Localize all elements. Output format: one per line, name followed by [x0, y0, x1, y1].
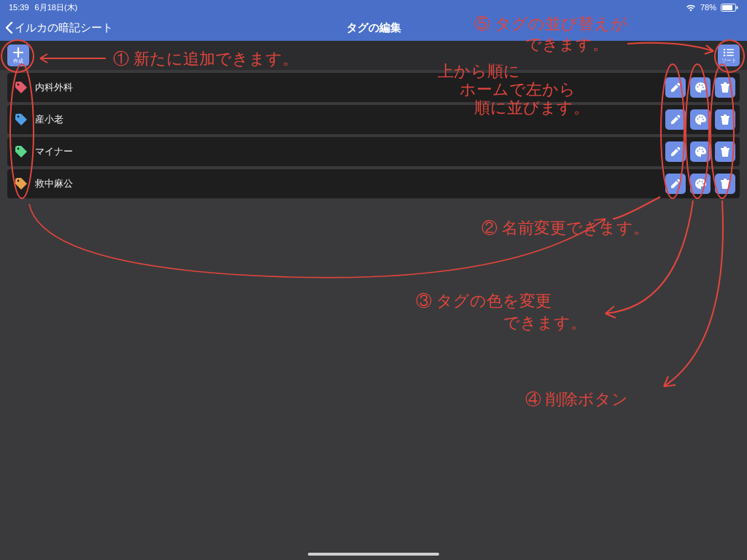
- tag-row[interactable]: 産小老: [7, 105, 740, 134]
- svg-rect-2: [737, 7, 738, 9]
- trash-icon: [719, 146, 731, 158]
- plus-icon: [13, 47, 23, 58]
- svg-point-22: [702, 149, 703, 150]
- annotation-3b: できます。: [503, 314, 587, 332]
- trash-icon: [719, 178, 731, 190]
- back-label: イルカの暗記シート: [15, 21, 113, 35]
- delete-tag-button[interactable]: [715, 141, 735, 162]
- svg-point-27: [702, 181, 703, 182]
- tag-icon: [15, 113, 28, 126]
- status-date: 6月18日(木): [35, 2, 78, 13]
- battery-icon: [721, 3, 738, 12]
- chevron-left-icon: [4, 21, 13, 34]
- edit-icon: [670, 82, 681, 93]
- create-btn-label: 作成: [13, 58, 23, 63]
- nav-bar: イルカの暗記シート タグの編集: [0, 15, 747, 41]
- svg-rect-6: [727, 52, 734, 53]
- status-time: 15:39: [9, 3, 29, 12]
- tag-list: 内科外科 産小老 マイナー 救中麻: [0, 73, 747, 198]
- tag-row[interactable]: 内科外科: [7, 73, 740, 102]
- annotation-4: ④ 削除ボタン: [525, 390, 628, 408]
- edit-icon: [670, 178, 681, 190]
- sort-btn-label: ソート: [721, 58, 737, 63]
- tag-icon: [15, 81, 28, 94]
- create-tag-button[interactable]: 作成: [7, 44, 29, 66]
- status-bar: 15:39 6月18日(木) 78%: [0, 0, 747, 15]
- svg-point-7: [724, 55, 726, 57]
- rename-tag-button[interactable]: [665, 141, 686, 162]
- svg-point-24: [18, 180, 20, 182]
- rename-tag-button[interactable]: [665, 109, 686, 130]
- tag-name: 内科外科: [35, 81, 658, 94]
- svg-point-17: [702, 117, 703, 118]
- svg-point-19: [18, 148, 20, 150]
- palette-icon: [694, 82, 706, 93]
- edit-icon: [670, 114, 681, 125]
- tag-row[interactable]: 救中麻公: [7, 169, 740, 198]
- palette-icon: [694, 146, 706, 158]
- delete-tag-button[interactable]: [715, 174, 735, 194]
- tag-icon: [15, 177, 28, 190]
- status-battery-pct: 78%: [700, 3, 716, 12]
- svg-point-20: [697, 150, 699, 152]
- svg-point-10: [697, 86, 699, 88]
- home-indicator[interactable]: [308, 553, 439, 556]
- list-icon: [723, 48, 735, 57]
- tag-name: 産小老: [35, 113, 658, 126]
- palette-icon: [694, 114, 706, 125]
- tag-icon: [15, 145, 28, 158]
- svg-rect-8: [727, 55, 734, 56]
- svg-point-18: [703, 119, 704, 120]
- annotation-3a: ③ タグの色を変更: [416, 292, 551, 310]
- sort-tags-button[interactable]: ソート: [718, 44, 740, 66]
- back-button[interactable]: イルカの暗記シート: [0, 21, 113, 35]
- rename-tag-button[interactable]: [665, 77, 686, 98]
- svg-rect-1: [722, 5, 732, 10]
- wifi-icon: [686, 3, 696, 12]
- delete-tag-button[interactable]: [715, 77, 735, 98]
- svg-rect-4: [727, 49, 734, 50]
- svg-point-13: [703, 87, 704, 88]
- svg-point-25: [697, 182, 699, 184]
- edit-icon: [670, 146, 681, 158]
- delete-tag-button[interactable]: [715, 109, 735, 130]
- svg-point-14: [18, 116, 20, 118]
- svg-point-28: [703, 183, 704, 184]
- color-tag-button[interactable]: [690, 109, 711, 130]
- svg-point-15: [697, 118, 699, 120]
- svg-point-5: [724, 52, 726, 54]
- palette-icon: [694, 178, 706, 190]
- svg-point-21: [699, 149, 700, 150]
- svg-point-3: [724, 49, 726, 51]
- color-tag-button[interactable]: [690, 174, 711, 194]
- toolbar: 作成 ソート: [0, 41, 747, 70]
- trash-icon: [719, 114, 731, 125]
- trash-icon: [719, 82, 731, 93]
- tag-row[interactable]: マイナー: [7, 137, 740, 166]
- svg-point-11: [699, 85, 700, 86]
- color-tag-button[interactable]: [690, 77, 711, 98]
- svg-point-26: [699, 181, 700, 182]
- svg-point-16: [699, 117, 700, 118]
- rename-tag-button[interactable]: [665, 174, 686, 194]
- tag-name: マイナー: [35, 145, 658, 158]
- svg-point-9: [18, 84, 20, 86]
- color-tag-button[interactable]: [690, 141, 711, 162]
- tag-name: 救中麻公: [35, 177, 658, 190]
- annotation-2: ② 名前変更できます。: [481, 219, 649, 237]
- svg-point-12: [702, 85, 703, 86]
- svg-point-23: [703, 151, 704, 152]
